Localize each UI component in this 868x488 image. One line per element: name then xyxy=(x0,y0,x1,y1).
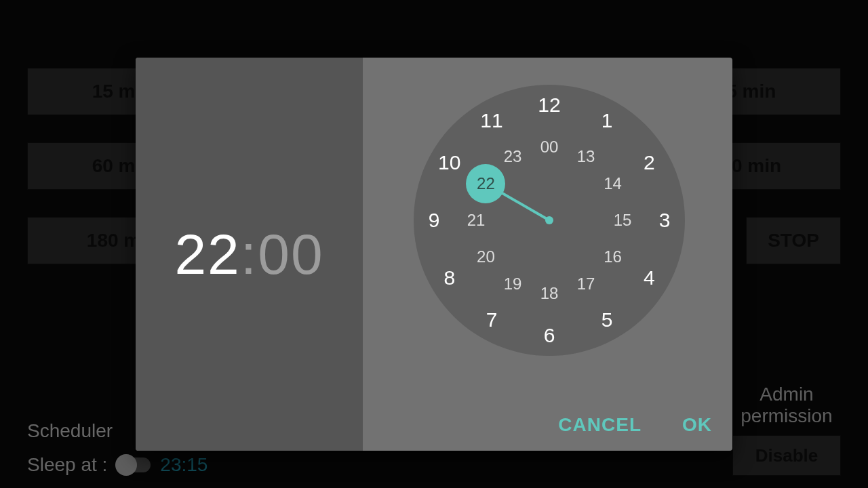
hour-12[interactable]: 12 xyxy=(538,94,560,117)
hour-2[interactable]: 2 xyxy=(644,151,655,174)
hour-17[interactable]: 17 xyxy=(577,274,595,293)
hour-13[interactable]: 13 xyxy=(577,147,595,166)
hour-11[interactable]: 11 xyxy=(480,109,502,132)
clock-panel: 1212345678910110013141516171819202122232… xyxy=(363,58,732,451)
time-picker-dialog: 22:00 1212345678910110013141516171819202… xyxy=(136,58,732,451)
cancel-button[interactable]: CANCEL xyxy=(558,414,642,436)
hour-5[interactable]: 5 xyxy=(601,308,613,331)
hour-16[interactable]: 16 xyxy=(604,247,622,266)
clock-center-dot xyxy=(545,216,553,224)
hour-3[interactable]: 3 xyxy=(659,209,671,232)
ok-button[interactable]: OK xyxy=(682,414,712,436)
hour-8[interactable]: 8 xyxy=(443,266,455,289)
hour-18[interactable]: 18 xyxy=(540,284,559,303)
hour-19[interactable]: 19 xyxy=(504,274,522,293)
hour-1[interactable]: 1 xyxy=(601,109,613,132)
hour-15[interactable]: 15 xyxy=(614,211,632,230)
selected-hour-display[interactable]: 22 xyxy=(174,222,240,286)
hour-9[interactable]: 9 xyxy=(429,209,440,232)
hour-20[interactable]: 20 xyxy=(477,247,495,266)
hour-6[interactable]: 6 xyxy=(544,324,555,347)
selected-hour-indicator[interactable]: 22 xyxy=(466,164,505,203)
hour-21[interactable]: 21 xyxy=(467,211,486,230)
selected-minute-display[interactable]: 00 xyxy=(258,222,323,286)
clock-face[interactable]: 1212345678910110013141516171819202122232… xyxy=(414,85,685,356)
hour-00[interactable]: 00 xyxy=(540,138,559,157)
hour-14[interactable]: 14 xyxy=(604,174,622,193)
time-colon: : xyxy=(241,222,258,286)
hour-10[interactable]: 10 xyxy=(438,151,460,174)
hour-23[interactable]: 23 xyxy=(504,147,522,166)
hour-7[interactable]: 7 xyxy=(486,308,498,331)
time-display-panel: 22:00 xyxy=(136,58,363,451)
hour-4[interactable]: 4 xyxy=(644,266,655,289)
